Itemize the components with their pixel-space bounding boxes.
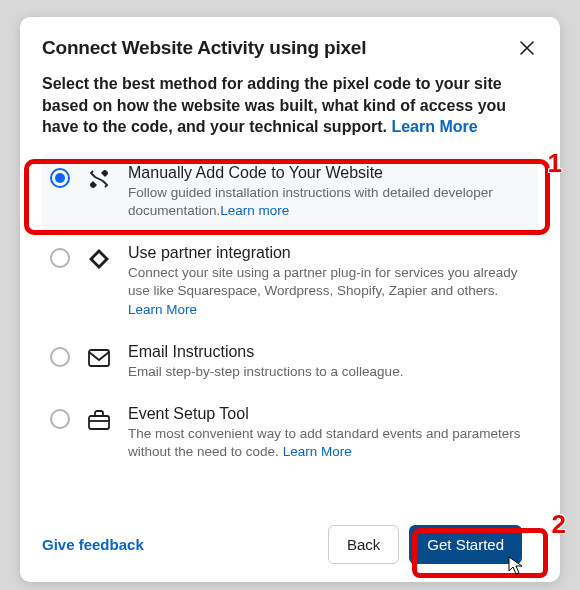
partner-icon: [86, 246, 112, 272]
option-body: Manually Add Code to Your Website Follow…: [128, 164, 530, 220]
radio-partner-integration[interactable]: [50, 248, 70, 268]
footer-buttons: Back Get Started: [328, 525, 522, 564]
modal-description: Select the best method for adding the pi…: [42, 73, 538, 138]
desc-learn-more-link[interactable]: Learn More: [391, 118, 477, 135]
option-body: Event Setup Tool The most convenient way…: [128, 405, 530, 461]
radio-manual-code[interactable]: [50, 168, 70, 188]
option-title: Manually Add Code to Your Website: [128, 164, 530, 182]
option-title: Use partner integration: [128, 244, 530, 262]
get-started-button[interactable]: Get Started: [409, 525, 522, 564]
svg-rect-0: [89, 350, 109, 366]
tools-icon: [86, 166, 112, 192]
email-icon: [86, 345, 112, 371]
option-body: Email Instructions Email step-by-step in…: [128, 343, 530, 381]
options-list: Manually Add Code to Your Website Follow…: [42, 152, 538, 474]
option-learn-more-link[interactable]: Learn More: [283, 444, 352, 459]
radio-email-instructions[interactable]: [50, 347, 70, 367]
option-learn-more-link[interactable]: Learn more: [220, 203, 289, 218]
annotation-badge-1: 1: [548, 148, 562, 179]
option-desc: Email step-by-step instructions to a col…: [128, 363, 530, 381]
option-manual-code[interactable]: Manually Add Code to Your Website Follow…: [42, 152, 538, 232]
option-partner-integration[interactable]: Use partner integration Connect your sit…: [42, 232, 538, 331]
option-desc: Follow guided installation instructions …: [128, 184, 530, 220]
give-feedback-link[interactable]: Give feedback: [42, 536, 144, 553]
toolbox-icon: [86, 407, 112, 433]
option-event-setup-tool[interactable]: Event Setup Tool The most convenient way…: [42, 393, 538, 473]
annotation-badge-2: 2: [552, 509, 566, 540]
modal-footer: Give feedback Back Get Started: [42, 525, 538, 564]
option-desc: The most convenient way to add standard …: [128, 425, 530, 461]
modal-header: Connect Website Activity using pixel: [42, 37, 538, 59]
svg-rect-1: [89, 416, 109, 429]
radio-event-setup-tool[interactable]: [50, 409, 70, 429]
close-icon: [519, 40, 535, 56]
option-title: Email Instructions: [128, 343, 530, 361]
close-button[interactable]: [516, 37, 538, 59]
option-email-instructions[interactable]: Email Instructions Email step-by-step in…: [42, 331, 538, 393]
option-learn-more-link[interactable]: Learn More: [128, 302, 197, 317]
connect-pixel-modal: Connect Website Activity using pixel Sel…: [20, 17, 560, 582]
option-body: Use partner integration Connect your sit…: [128, 244, 530, 319]
option-title: Event Setup Tool: [128, 405, 530, 423]
modal-title: Connect Website Activity using pixel: [42, 37, 366, 59]
back-button[interactable]: Back: [328, 525, 399, 564]
option-desc: Connect your site using a partner plug-i…: [128, 264, 530, 319]
